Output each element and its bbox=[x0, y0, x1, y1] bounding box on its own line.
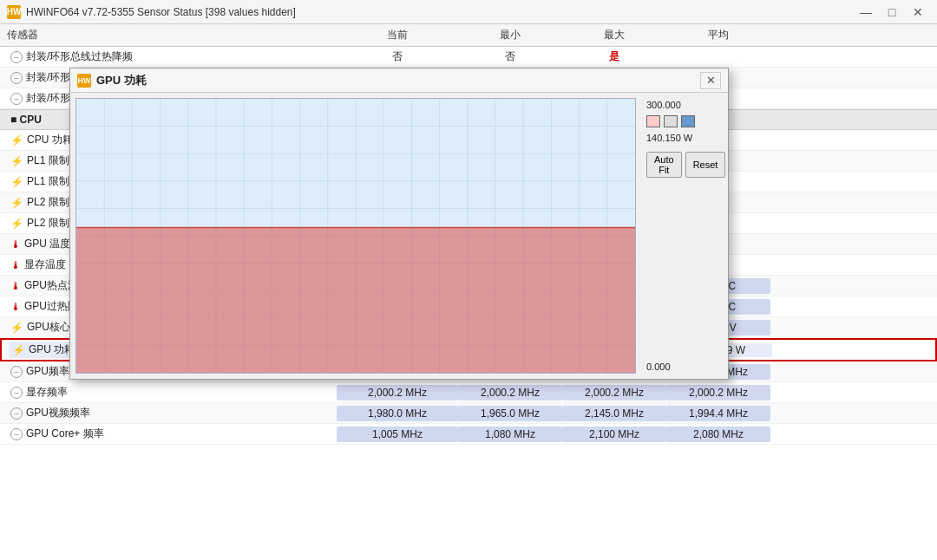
cell-current: 2,000.2 MHz bbox=[337, 385, 458, 400]
minus-icon: − bbox=[10, 387, 23, 399]
cell-avg bbox=[666, 56, 770, 58]
reset-button[interactable]: Reset bbox=[685, 152, 726, 178]
col-sensor: 传感器 bbox=[7, 28, 337, 42]
maximize-button[interactable]: □ bbox=[880, 3, 904, 21]
dialog-title-bar: HW GPU 功耗 ✕ bbox=[70, 68, 728, 93]
minus-icon: − bbox=[10, 93, 23, 105]
col-max: 最大 bbox=[562, 28, 666, 42]
cell-min: 1,080 MHz bbox=[458, 427, 562, 442]
minus-icon: − bbox=[10, 51, 23, 63]
y-max-label: 300.000 bbox=[646, 100, 723, 110]
row-label: − GPU视频频率 bbox=[7, 405, 337, 421]
thermometer-icon: 🌡 bbox=[10, 301, 21, 313]
title-bar-left: HW HWiNFO64 v7.72-5355 Sensor Status [39… bbox=[7, 5, 296, 19]
color-legend bbox=[646, 115, 723, 127]
window-controls: — □ ✕ bbox=[854, 3, 930, 21]
app-icon: HW bbox=[7, 5, 21, 19]
main-window: 传感器 当前 最小 最大 平均 − 封装/环形总线过热降频 否 否 是 − 封 bbox=[0, 24, 937, 560]
window-title: HWiNFO64 v7.72-5355 Sensor Status [398 v… bbox=[26, 6, 296, 18]
col-current: 当前 bbox=[337, 28, 458, 42]
title-bar: HW HWiNFO64 v7.72-5355 Sensor Status [39… bbox=[0, 0, 937, 24]
lightning-icon: ⚡ bbox=[10, 197, 23, 209]
cell-avg: 1,994.4 MHz bbox=[666, 406, 770, 421]
color-box-pink bbox=[646, 115, 660, 127]
color-box-blue bbox=[681, 115, 695, 127]
col-min: 最小 bbox=[458, 28, 562, 42]
color-box-gray bbox=[664, 115, 678, 127]
table-row: − 显存频率 2,000.2 MHz 2,000.2 MHz 2,000.2 M… bbox=[0, 382, 937, 403]
table-header: 传感器 当前 最小 最大 平均 bbox=[0, 24, 937, 47]
dialog-app-icon: HW bbox=[77, 74, 91, 88]
thermometer-icon: 🌡 bbox=[10, 259, 21, 271]
row-label: − GPU Core+ 频率 bbox=[7, 426, 337, 442]
chart-controls: Auto Fit Reset bbox=[646, 152, 723, 178]
cell-max: 2,145.0 MHz bbox=[562, 406, 666, 421]
thermometer-icon: 🌡 bbox=[10, 238, 21, 251]
dialog-close-button[interactable]: ✕ bbox=[700, 72, 721, 89]
dialog-body: 300.000 140.150 W Auto Fit Reset 0.000 bbox=[70, 93, 728, 379]
table-row: − 封装/环形总线过热降频 否 否 是 bbox=[0, 47, 937, 68]
cell-min: 1,965.0 MHz bbox=[458, 406, 562, 421]
lightning-icon: ⚡ bbox=[10, 176, 23, 188]
lightning-icon: ⚡ bbox=[10, 322, 23, 334]
lightning-icon: ⚡ bbox=[12, 344, 25, 356]
cell-current: 1,980.0 MHz bbox=[337, 406, 458, 421]
minus-icon: − bbox=[10, 72, 23, 84]
cell-avg: 2,080 MHz bbox=[666, 427, 770, 442]
cell-max: 2,000.2 MHz bbox=[562, 385, 666, 400]
row-label: − 显存频率 bbox=[7, 384, 337, 400]
lightning-icon: ⚡ bbox=[10, 134, 23, 147]
table-row: − GPU视频频率 1,980.0 MHz 1,965.0 MHz 2,145.… bbox=[0, 403, 937, 424]
cell-avg: 2,000.2 MHz bbox=[666, 385, 770, 400]
chart-svg bbox=[76, 99, 635, 373]
chart-area bbox=[75, 98, 636, 374]
dialog-title: GPU 功耗 bbox=[96, 73, 147, 88]
lightning-icon: ⚡ bbox=[10, 155, 23, 167]
minimize-button[interactable]: — bbox=[854, 3, 878, 21]
cell-min: 2,000.2 MHz bbox=[458, 385, 562, 400]
row-label: − 封装/环形总线过热降频 bbox=[7, 49, 337, 65]
dialog-title-left: HW GPU 功耗 bbox=[77, 73, 147, 88]
cell-current: 1,005 MHz bbox=[337, 427, 458, 442]
gpu-power-dialog: HW GPU 功耗 ✕ bbox=[69, 68, 729, 380]
minus-icon: − bbox=[10, 407, 23, 420]
cell-current: 否 bbox=[337, 49, 458, 65]
col-avg: 平均 bbox=[666, 28, 770, 42]
cell-min: 否 bbox=[458, 49, 562, 65]
close-button[interactable]: ✕ bbox=[906, 3, 930, 21]
minus-icon: − bbox=[10, 428, 23, 440]
auto-fit-button[interactable]: Auto Fit bbox=[646, 152, 682, 178]
chart-sidebar: 300.000 140.150 W Auto Fit Reset 0.000 bbox=[641, 93, 728, 379]
svg-rect-29 bbox=[76, 228, 635, 373]
lightning-icon: ⚡ bbox=[10, 218, 23, 230]
table-row: − GPU Core+ 频率 1,005 MHz 1,080 MHz 2,100… bbox=[0, 424, 937, 445]
thermometer-icon: 🌡 bbox=[10, 280, 21, 292]
cell-max: 2,100 MHz bbox=[562, 427, 666, 442]
y-mid-label: 140.150 W bbox=[646, 133, 723, 143]
y-min-label: 0.000 bbox=[646, 361, 723, 372]
minus-icon: − bbox=[10, 366, 23, 378]
cell-max: 是 bbox=[562, 49, 666, 65]
